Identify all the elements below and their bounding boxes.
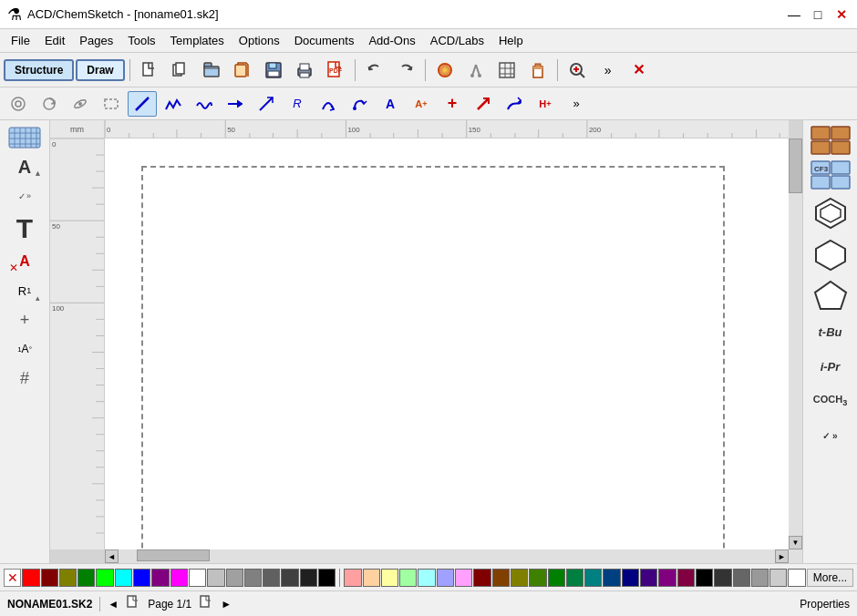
structure-mode-button[interactable]: Structure — [4, 59, 74, 81]
color-swatch-24[interactable] — [473, 569, 490, 587]
export-pdf-button[interactable]: PDF — [321, 56, 350, 84]
color-swatch-37[interactable] — [714, 569, 731, 587]
color-swatch-13[interactable] — [263, 569, 280, 587]
color-swatch-0[interactable] — [22, 569, 39, 587]
menu-item-templates[interactable]: Templates — [163, 32, 232, 49]
arrow-up-tool[interactable] — [469, 91, 498, 117]
menu-item-documents[interactable]: Documents — [287, 32, 362, 49]
close-button[interactable]: ✕ — [833, 6, 850, 23]
new-button[interactable] — [135, 56, 164, 84]
color-swatch-6[interactable] — [133, 569, 150, 587]
menu-item-tools[interactable]: Tools — [120, 32, 162, 49]
color-swatch-19[interactable] — [381, 569, 398, 587]
color-swatch-29[interactable] — [566, 569, 583, 587]
draw-bond-tool[interactable] — [128, 91, 157, 117]
scroll-right-button[interactable]: ► — [775, 549, 789, 563]
arrow-tool[interactable] — [252, 91, 281, 117]
big-t-button[interactable]: T — [5, 211, 45, 246]
menu-item-edit[interactable]: Edit — [37, 32, 72, 49]
chain-tool[interactable] — [159, 91, 188, 117]
orbit-tool[interactable] — [66, 91, 95, 117]
horizontal-scroll-thumb[interactable] — [137, 549, 210, 561]
format-text-button[interactable]: A ✕ — [5, 248, 45, 275]
color-swatch-17[interactable] — [344, 569, 361, 587]
menu-item-options[interactable]: Options — [232, 32, 287, 49]
benzene-ring-button[interactable] — [808, 193, 853, 233]
menu-item-add-ons[interactable]: Add-Ons — [361, 32, 422, 49]
more-tools-button[interactable]: » — [562, 91, 591, 117]
color-swatch-26[interactable] — [511, 569, 528, 587]
more-toolbar-button[interactable]: » — [594, 56, 623, 84]
color-swatch-10[interactable] — [207, 569, 224, 587]
menu-item-acd/labs[interactable]: ACD/Labs — [423, 32, 491, 49]
color-swatch-22[interactable] — [437, 569, 454, 587]
text-a-tool[interactable]: A — [376, 91, 405, 117]
plus-left-button[interactable]: + — [5, 306, 45, 334]
color-swatch-41[interactable] — [788, 569, 805, 587]
tbu-button[interactable]: t-Bu — [808, 315, 853, 348]
color-swatch-12[interactable] — [244, 569, 262, 587]
zoom-in-button[interactable] — [563, 56, 592, 84]
scroll-track[interactable] — [119, 549, 775, 563]
close-file-button[interactable]: ✕ — [625, 56, 654, 84]
color-swatch-16[interactable] — [318, 569, 336, 587]
select-tool[interactable] — [4, 91, 33, 117]
drawing-area[interactable] — [105, 139, 789, 549]
color-swatch-7[interactable] — [151, 569, 169, 587]
color-swatch-27[interactable] — [529, 569, 546, 587]
rgroup-tool[interactable]: R — [283, 91, 312, 117]
color-swatch-23[interactable] — [455, 569, 472, 587]
color-swatch-15[interactable] — [300, 569, 317, 587]
arrow-right-tool[interactable] — [221, 91, 250, 117]
vertical-scroll-thumb[interactable] — [789, 139, 802, 193]
color-swatch-35[interactable] — [677, 569, 695, 587]
table-button[interactable] — [492, 56, 521, 84]
arrows-left-button[interactable]: ✓» — [5, 182, 45, 210]
pentagon-button[interactable] — [808, 277, 853, 313]
page-nav-prev[interactable]: ◄ — [108, 598, 119, 611]
scroll-left-button[interactable]: ◄ — [105, 549, 119, 563]
r1-left-button[interactable]: R1 ▴ — [5, 277, 45, 304]
minimize-button[interactable]: — — [786, 6, 802, 23]
color-swatch-32[interactable] — [622, 569, 639, 587]
color-swatch-30[interactable] — [584, 569, 602, 587]
rect-select-tool[interactable] — [97, 91, 126, 117]
color-swatch-9[interactable] — [189, 569, 206, 587]
maximize-button[interactable]: □ — [810, 6, 826, 23]
rs-scroll-down[interactable]: ✓ » — [808, 419, 853, 452]
color-swatch-39[interactable] — [751, 569, 769, 587]
text-plus-tool[interactable]: A+ — [407, 91, 436, 117]
vertical-scrollbar[interactable]: ▲ ▼ — [789, 139, 802, 549]
color-swatch-1[interactable] — [41, 569, 58, 587]
color-swatch-25[interactable] — [492, 569, 510, 587]
color-swatch-5[interactable] — [115, 569, 132, 587]
curved-arrow-tool[interactable] — [345, 91, 374, 117]
menu-item-file[interactable]: File — [4, 32, 37, 49]
properties-label[interactable]: Properties — [800, 598, 850, 611]
paste-button[interactable] — [523, 56, 552, 84]
color-swatch-31[interactable] — [603, 569, 620, 587]
color-swatch-36[interactable] — [696, 569, 713, 587]
cut-button[interactable] — [461, 56, 490, 84]
cf3-templates-button[interactable]: CF3 — [808, 159, 853, 191]
ipr-button[interactable]: i-Pr — [808, 350, 853, 383]
save-button[interactable] — [259, 56, 288, 84]
curved-line-tool[interactable] — [500, 91, 529, 117]
color-swatch-18[interactable] — [363, 569, 380, 587]
color-swatch-21[interactable] — [418, 569, 435, 587]
color-swatch-40[interactable] — [769, 569, 787, 587]
print-button[interactable] — [290, 56, 319, 84]
scroll-down-button[interactable]: ▼ — [789, 536, 802, 549]
color-more-button[interactable]: More... — [807, 569, 853, 587]
hplus-tool[interactable]: H+ — [531, 91, 560, 117]
arc-tool[interactable] — [314, 91, 343, 117]
color-swatch-38[interactable] — [733, 569, 750, 587]
open-file-button[interactable] — [197, 56, 226, 84]
color-swatch-8[interactable] — [170, 569, 188, 587]
page-nav-next[interactable]: ► — [221, 598, 232, 611]
color-swatch-14[interactable] — [281, 569, 298, 587]
open-recent-button[interactable] — [228, 56, 257, 84]
color-button[interactable] — [430, 56, 459, 84]
color-swatch-33[interactable] — [640, 569, 657, 587]
color-swatch-20[interactable] — [399, 569, 417, 587]
